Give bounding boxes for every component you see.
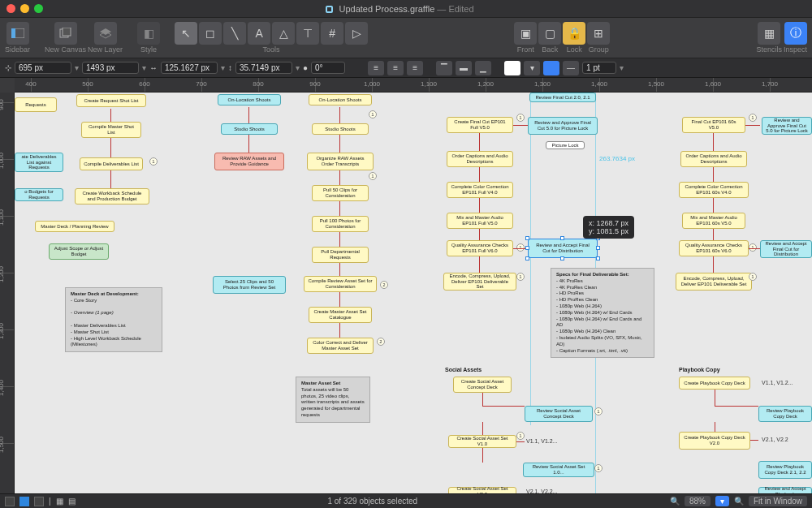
- flowchart-node[interactable]: Encode, Compress, Upload, Deliver EP101 …: [443, 273, 516, 291]
- connector[interactable]: [479, 198, 480, 213]
- selection-handle[interactable]: [560, 256, 564, 260]
- flowchart-node[interactable]: Studio Shoots: [221, 123, 278, 135]
- flowchart-node[interactable]: Picture Lock: [546, 141, 585, 149]
- connector[interactable]: [713, 229, 714, 240]
- selection-tool[interactable]: ↖: [175, 22, 197, 45]
- connector[interactable]: [479, 256, 480, 273]
- flowchart-node[interactable]: Order Captions and Audio Descriptions: [680, 151, 747, 167]
- flowchart-node[interactable]: Color Correct and Deliver Master Asset S…: [307, 338, 374, 354]
- connector[interactable]: [482, 448, 483, 463]
- connector[interactable]: [713, 133, 714, 151]
- connector[interactable]: [482, 422, 483, 435]
- flowchart-node[interactable]: Create Final Cut EP101 Full V5.0: [447, 117, 513, 133]
- bring-front-button[interactable]: ▣: [514, 22, 537, 45]
- flowchart-node[interactable]: Pull Departmental Requests: [312, 247, 369, 263]
- selection-handle[interactable]: [525, 246, 529, 250]
- selection-handle[interactable]: [596, 256, 600, 260]
- valign-top-button[interactable]: ▔: [436, 61, 452, 75]
- flowchart-node[interactable]: Pull 100 Photos for Consideration: [312, 216, 369, 232]
- flowchart-node[interactable]: Encode, Compress, Upload, Deliver EP101 …: [676, 273, 752, 291]
- close-window-button[interactable]: [6, 4, 15, 13]
- diagram-tool[interactable]: ⊤: [296, 22, 319, 45]
- fill-style-button[interactable]: ▾: [524, 61, 540, 75]
- point-tool[interactable]: #: [321, 22, 343, 45]
- pos-x-input[interactable]: [15, 62, 71, 74]
- connector[interactable]: [479, 133, 480, 151]
- flowchart-node[interactable]: Organize RAW Assets Order Transcripts: [307, 153, 374, 170]
- note-box[interactable]: Master Asset Set Total assets will be 50…: [296, 377, 370, 423]
- connector[interactable]: [110, 170, 111, 188]
- connector[interactable]: [479, 167, 480, 182]
- pen-tool[interactable]: △: [272, 22, 295, 45]
- flowchart-node[interactable]: Review and Approve Final Cut 5.0 for Pic…: [762, 117, 812, 135]
- flowchart-node[interactable]: Create Workback Schedule and Production …: [75, 188, 149, 204]
- connector[interactable]: [479, 229, 480, 240]
- lock-button[interactable]: 🔒: [563, 22, 585, 45]
- group-button[interactable]: ⊞: [587, 22, 610, 45]
- selection-handle[interactable]: [596, 246, 600, 250]
- stroke-style-button[interactable]: —: [563, 61, 579, 75]
- flowchart-node[interactable]: Review RAW Assets and Provide Guidance: [214, 153, 284, 170]
- fit-window-button[interactable]: Fit in Window: [749, 496, 807, 506]
- style-button[interactable]: ◧: [137, 22, 160, 45]
- flowchart-node[interactable]: o Budgets for Requests: [15, 188, 63, 201]
- new-layer-button[interactable]: [94, 22, 117, 45]
- line-tool[interactable]: ╲: [223, 22, 246, 45]
- connector[interactable]: [750, 440, 758, 441]
- flowchart-node[interactable]: Review Social Asset Concept Deck: [525, 406, 593, 422]
- fill-color-button[interactable]: [504, 61, 520, 75]
- layer-icon[interactable]: ▦: [56, 497, 63, 506]
- valign-middle-button[interactable]: ▬: [456, 61, 472, 75]
- flowchart-node[interactable]: On-Location Shoots: [309, 94, 372, 105]
- connector[interactable]: [516, 441, 525, 442]
- flowchart-node[interactable]: Create Social Asset Concept Deck: [453, 377, 512, 393]
- stencils-button[interactable]: ▦: [758, 22, 780, 45]
- flowchart-node[interactable]: Adjust Scope or Adjust Budget: [49, 243, 109, 260]
- align-left-button[interactable]: ≡: [368, 61, 384, 75]
- connector[interactable]: [482, 393, 483, 406]
- width-input[interactable]: [161, 62, 218, 74]
- connector[interactable]: [513, 125, 528, 126]
- flowchart-node[interactable]: Review Playbook Copy Deck: [758, 406, 812, 422]
- stamp-tool[interactable]: ▷: [345, 22, 368, 45]
- stroke-weight-input[interactable]: [582, 62, 616, 74]
- align-center-button[interactable]: ≡: [387, 61, 404, 75]
- flowchart-node[interactable]: Mix and Master Audio EP101 60s V5.0: [682, 213, 745, 229]
- flowchart-node[interactable]: Pull 50 Clips for Consideration: [312, 185, 369, 201]
- selection-handle[interactable]: [525, 256, 529, 260]
- connector[interactable]: [339, 323, 340, 338]
- flowchart-node[interactable]: Complete Color Correction EP101 Full V4.…: [447, 182, 513, 198]
- valign-bottom-button[interactable]: ▁: [475, 61, 491, 75]
- connector[interactable]: [339, 292, 340, 307]
- connector[interactable]: [339, 201, 340, 216]
- flowchart-node[interactable]: Quality Assurance Checks EP101 60s V6.0: [679, 240, 749, 256]
- connector[interactable]: [745, 125, 760, 126]
- note-box[interactable]: Master Deck at Development: - Core Story…: [65, 287, 162, 352]
- connector[interactable]: [749, 248, 760, 249]
- connector[interactable]: [339, 107, 340, 123]
- connector[interactable]: [339, 170, 340, 185]
- connector[interactable]: [715, 390, 715, 406]
- view-mode-2[interactable]: [19, 497, 29, 506]
- connector[interactable]: [110, 138, 111, 157]
- horizontal-ruler[interactable]: 4005006007008009001,0001,1001,2001,3001,…: [15, 78, 812, 93]
- new-canvas-button[interactable]: [54, 22, 77, 45]
- selection-handle[interactable]: [525, 236, 529, 240]
- connector[interactable]: [713, 198, 714, 213]
- flowchart-node[interactable]: Mix and Master Audio EP101 Full V5.0: [447, 213, 513, 229]
- flowchart-node[interactable]: Order Captions and Audio Descriptions: [447, 151, 513, 167]
- flowchart-node[interactable]: Compile Review Asset Set for Considerati…: [304, 276, 377, 292]
- flowchart-node[interactable]: Master Deck / Planning Review: [35, 221, 114, 232]
- zoom-level[interactable]: 88%: [685, 496, 710, 506]
- send-back-button[interactable]: ▢: [538, 22, 561, 45]
- minimize-window-button[interactable]: [20, 4, 29, 13]
- view-mode-1[interactable]: [5, 497, 15, 506]
- flowchart-node[interactable]: Create Social Asset Set V1.0: [448, 435, 516, 448]
- flowchart-node[interactable]: Studio Shoots: [312, 123, 369, 135]
- flowchart-node[interactable]: Requests: [15, 97, 57, 112]
- page-icon[interactable]: ▤: [68, 497, 76, 506]
- rotation-input[interactable]: [311, 62, 345, 74]
- sidebar-toggle-button[interactable]: [6, 22, 29, 45]
- flowchart-node[interactable]: Create Master Asset Set Catalogue: [309, 307, 372, 323]
- connector[interactable]: [715, 406, 758, 407]
